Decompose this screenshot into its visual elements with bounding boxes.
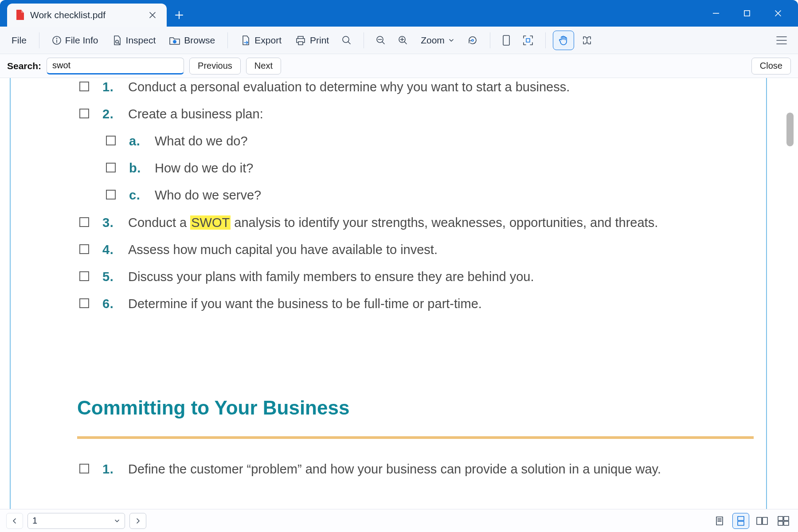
browse-button[interactable]: Browse: [164, 31, 220, 49]
checkbox[interactable]: [79, 109, 89, 118]
svg-rect-12: [738, 516, 744, 520]
checkbox[interactable]: [79, 244, 89, 254]
checkbox[interactable]: [79, 464, 89, 473]
svg-rect-11: [716, 517, 723, 525]
snapshot-button[interactable]: [518, 31, 538, 50]
find-next-label: Next: [254, 61, 273, 71]
find-next-button[interactable]: Next: [246, 58, 281, 74]
checkbox[interactable]: [106, 190, 116, 200]
checkbox[interactable]: [79, 82, 89, 91]
inspect-button[interactable]: Inspect: [106, 31, 161, 49]
svg-rect-0: [744, 11, 750, 16]
single-page-button[interactable]: [497, 31, 515, 50]
svg-rect-19: [784, 521, 789, 525]
checklist-item: 6. Determine if you want the business to…: [79, 296, 754, 312]
zoom-out-icon: [376, 35, 386, 46]
text-select-tool-button[interactable]: [577, 31, 597, 50]
chevron-down-icon: [114, 518, 120, 524]
hand-tool-button[interactable]: [553, 31, 574, 50]
item-text: Define the customer “problem” and how yo…: [128, 461, 754, 477]
svg-rect-15: [763, 517, 767, 524]
single-page-icon: [502, 35, 511, 46]
svg-rect-14: [757, 517, 762, 524]
vertical-scrollbar-thumb[interactable]: [786, 113, 794, 146]
subitem-letter: c.: [129, 187, 145, 203]
item-text-pre: Conduct a: [128, 215, 190, 230]
window-minimize-button[interactable]: [700, 3, 732, 23]
zoom-out-button[interactable]: [371, 31, 391, 49]
hamburger-menu-button[interactable]: [771, 32, 792, 49]
find-close-label: Close: [760, 61, 782, 71]
page-number-field[interactable]: 1: [27, 513, 125, 529]
view-two-page-button[interactable]: [754, 513, 771, 529]
browse-label: Browse: [184, 35, 215, 46]
item-number: 1.: [102, 79, 118, 95]
window-maximize-button[interactable]: [732, 3, 763, 23]
export-button[interactable]: Export: [235, 31, 287, 49]
view-single-page-button[interactable]: [711, 513, 728, 529]
file-info-label: File Info: [65, 35, 98, 46]
file-info-button[interactable]: File Info: [47, 31, 104, 49]
search-highlight: SWOT: [190, 215, 231, 230]
checklist-item: 5. Discuss your plans with family member…: [79, 269, 754, 285]
chevron-down-icon: [448, 37, 454, 43]
file-menu-label: File: [12, 35, 27, 46]
checkbox[interactable]: [79, 217, 89, 227]
section-heading: Committing to Your Business: [77, 395, 754, 420]
text-cursor-icon: [581, 35, 593, 46]
document-viewport[interactable]: 1. Conduct a personal evaluation to dete…: [0, 78, 798, 509]
window-controls: [700, 0, 798, 27]
window-close-button[interactable]: [763, 3, 794, 23]
print-button[interactable]: Print: [289, 31, 334, 49]
next-page-button[interactable]: [129, 513, 146, 529]
tab-title: Work checklist.pdf: [30, 10, 106, 20]
print-label: Print: [310, 35, 329, 46]
toolbar-separator: [364, 32, 364, 48]
export-label: Export: [254, 35, 282, 46]
find-previous-button[interactable]: Previous: [189, 58, 241, 74]
item-number: 4.: [102, 242, 118, 258]
checkbox[interactable]: [106, 136, 116, 145]
item-text-post: analysis to identify your strengths, wea…: [231, 215, 658, 230]
print-icon: [295, 35, 306, 46]
item-text: Discuss your plans with family members t…: [128, 269, 754, 285]
svg-rect-10: [526, 39, 530, 42]
item-number: 2.: [102, 106, 118, 122]
item-text: Assess how much capital you have availab…: [128, 242, 754, 258]
search-label: Search:: [7, 61, 41, 71]
search-icon: [341, 35, 352, 46]
prev-page-button[interactable]: [6, 513, 23, 529]
item-number: 5.: [102, 269, 118, 285]
checklist-item: 3. Conduct a SWOT analysis to identify y…: [79, 215, 754, 231]
toolbar-separator: [490, 32, 490, 48]
snapshot-icon: [522, 35, 534, 46]
document-tab[interactable]: Work checklist.pdf: [7, 4, 167, 27]
subitem-text: Who do we serve?: [155, 187, 754, 203]
view-continuous-button[interactable]: [732, 513, 749, 529]
item-text: Conduct a SWOT analysis to identify your…: [128, 215, 754, 231]
file-menu[interactable]: File: [6, 31, 32, 49]
pdf-file-icon: [15, 9, 25, 21]
find-bar: Search: Previous Next Close: [0, 54, 798, 78]
checklist-subitem: b. How do we do it?: [106, 160, 754, 176]
search-input[interactable]: [47, 58, 184, 74]
hamburger-icon: [776, 35, 787, 45]
inspect-label: Inspect: [126, 35, 156, 46]
checkbox[interactable]: [79, 271, 89, 281]
zoom-in-button[interactable]: [393, 31, 413, 49]
zoom-dropdown[interactable]: Zoom: [415, 31, 460, 49]
search-button[interactable]: [337, 31, 356, 49]
checkbox[interactable]: [79, 298, 89, 308]
item-text: Conduct a personal evaluation to determi…: [128, 79, 754, 95]
close-tab-button[interactable]: [146, 10, 159, 20]
export-icon: [240, 35, 251, 46]
find-previous-label: Previous: [198, 61, 232, 71]
view-two-page-continuous-button[interactable]: [775, 513, 792, 529]
titlebar: Work checklist.pdf: [0, 0, 798, 27]
rotate-button[interactable]: [462, 31, 483, 49]
hand-icon: [558, 35, 569, 46]
new-tab-button[interactable]: [169, 5, 189, 25]
checkbox[interactable]: [106, 163, 116, 172]
item-text: Determine if you want the business to be…: [128, 296, 754, 312]
find-close-button[interactable]: Close: [751, 58, 791, 74]
